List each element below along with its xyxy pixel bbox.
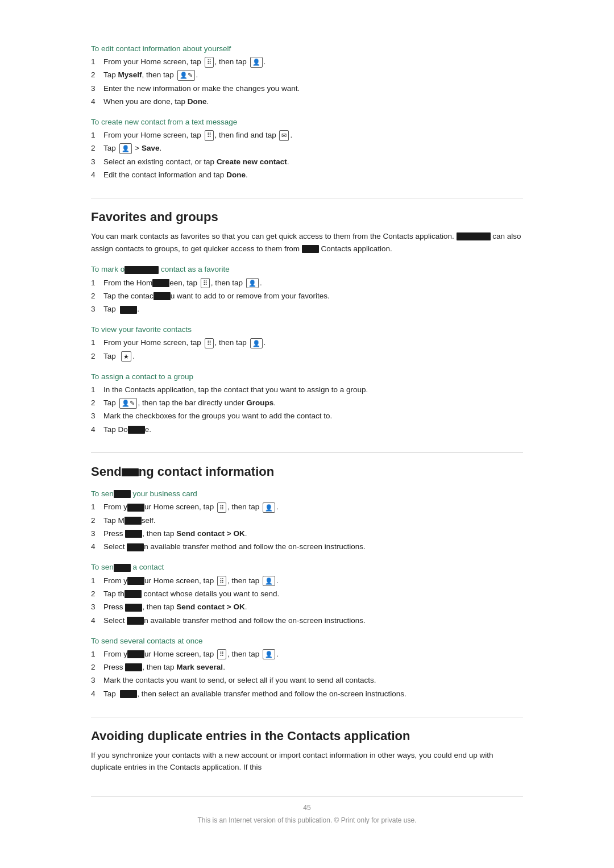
redacted-block bbox=[152, 279, 169, 287]
section-heading-send-contact: To sen a contact bbox=[91, 563, 523, 571]
section-send-several: To send several contacts at once 1 From … bbox=[91, 637, 523, 700]
step-item: 2 Tap Myself, then tap 👤✎. bbox=[91, 69, 523, 81]
message-icon: ✉ bbox=[279, 130, 289, 141]
copyright-text: This is an Internet version of this publ… bbox=[91, 816, 523, 824]
section-edit-contact: To edit contact information about yourse… bbox=[91, 44, 523, 107]
redacted-block bbox=[127, 543, 144, 551]
step-item: 1 From yur Home screen, tap ⠿, then tap … bbox=[91, 575, 523, 587]
step-item: 2 Tap 👤 > Save. bbox=[91, 143, 523, 154]
step-item: 4 Select n available transfer method and… bbox=[91, 615, 523, 626]
step-item: 4 Edit the contact information and tap D… bbox=[91, 169, 523, 181]
steps-send-contact: 1 From yur Home screen, tap ⠿, then tap … bbox=[91, 575, 523, 626]
steps-view-favorites: 1 From your Home screen, tap ⠿, then tap… bbox=[91, 337, 523, 362]
redacted-block bbox=[154, 292, 171, 300]
section-heading-assign-group: To assign a contact to a group bbox=[91, 372, 523, 381]
redacted-block bbox=[125, 590, 142, 598]
step-item: 3 Press , then tap Send contact > OK. bbox=[91, 601, 523, 613]
grid-icon: ⠿ bbox=[201, 278, 210, 289]
section-heading-create-contact: To create new contact from a text messag… bbox=[91, 118, 523, 126]
grid-icon: ⠿ bbox=[205, 57, 214, 68]
redacted-block bbox=[122, 468, 139, 476]
redacted-block bbox=[127, 617, 144, 625]
redacted-block bbox=[125, 266, 159, 274]
person-icon: 👤 bbox=[119, 143, 132, 154]
chapter-title-sending: Sendng contact information bbox=[91, 452, 523, 479]
steps-mark-favorite: 1 From the Homeen, tap ⠿, then tap 👤. 2 … bbox=[91, 277, 523, 315]
step-item: 4 When you are done, tap Done. bbox=[91, 96, 523, 107]
step-item: 4 Tap Doe. bbox=[91, 424, 523, 435]
section-view-favorites: To view your favorite contacts 1 From yo… bbox=[91, 325, 523, 362]
redacted-block bbox=[127, 504, 144, 512]
redacted-block bbox=[125, 530, 142, 538]
section-heading-business-card: To sen your business card bbox=[91, 489, 523, 498]
step-item: 3 Tap . bbox=[91, 304, 523, 315]
redacted-block bbox=[302, 245, 319, 253]
redacted-block bbox=[125, 604, 142, 612]
person-icon: 👤 bbox=[263, 502, 275, 513]
chapter-title-duplicates: Avoiding duplicate entries in the Contac… bbox=[91, 717, 523, 744]
redacted-block bbox=[127, 577, 144, 585]
redacted-block bbox=[457, 232, 491, 240]
redacted-block bbox=[120, 690, 137, 698]
person-edit-icon: 👤✎ bbox=[119, 398, 137, 409]
person-edit-icon: 👤✎ bbox=[177, 70, 195, 81]
section-send-business-card: To sen your business card 1 From yur Hom… bbox=[91, 489, 523, 553]
person-icon: 👤 bbox=[246, 278, 259, 289]
step-item: 4 Select n available transfer method and… bbox=[91, 541, 523, 553]
star-icon: ★ bbox=[121, 351, 131, 362]
grid-icon: ⠿ bbox=[217, 649, 226, 660]
redacted-block bbox=[114, 564, 131, 572]
section-create-contact: To create new contact from a text messag… bbox=[91, 118, 523, 181]
page-footer: 45 This is an Internet version of this p… bbox=[91, 796, 523, 824]
person-icon: 👤 bbox=[263, 576, 275, 587]
redacted-block bbox=[125, 517, 142, 525]
redacted-block bbox=[127, 650, 144, 658]
step-item: 1 From your Home screen, tap ⠿, then fin… bbox=[91, 130, 523, 141]
grid-icon: ⠿ bbox=[217, 502, 226, 513]
step-item: 3 Select an existing contact, or tap Cre… bbox=[91, 156, 523, 168]
redacted-block bbox=[114, 490, 131, 498]
redacted-block bbox=[128, 426, 145, 434]
steps-business-card: 1 From yur Home screen, tap ⠿, then tap … bbox=[91, 501, 523, 553]
section-heading-edit-contact: To edit contact information about yourse… bbox=[91, 44, 523, 53]
person-icon: 👤 bbox=[250, 57, 263, 68]
section-heading-view-favorites: To view your favorite contacts bbox=[91, 325, 523, 334]
step-item: 2 Press , then tap Mark several. bbox=[91, 662, 523, 673]
grid-icon: ⠿ bbox=[205, 338, 214, 349]
steps-assign-group: 1 In the Contacts application, tap the c… bbox=[91, 384, 523, 435]
page-number: 45 bbox=[91, 804, 523, 812]
section-heading-mark-favorite: To mark o contact as a favorite bbox=[91, 265, 523, 273]
steps-list-create-contact: 1 From your Home screen, tap ⠿, then fin… bbox=[91, 130, 523, 181]
step-item: 3 Enter the new information or make the … bbox=[91, 83, 523, 94]
section-heading-send-several: To send several contacts at once bbox=[91, 637, 523, 645]
step-item: 3 Press , then tap Send contact > OK. bbox=[91, 528, 523, 539]
grid-icon: ⠿ bbox=[217, 576, 226, 587]
chapter-avoiding-duplicates: Avoiding duplicate entries in the Contac… bbox=[91, 717, 523, 774]
grid-icon: ⠿ bbox=[205, 130, 214, 141]
step-item: 2 Tap 👤✎, then tap the bar directly unde… bbox=[91, 397, 523, 409]
person-icon: 👤 bbox=[250, 338, 263, 349]
step-item: 1 From the Homeen, tap ⠿, then tap 👤. bbox=[91, 277, 523, 289]
section-assign-group: To assign a contact to a group 1 In the … bbox=[91, 372, 523, 435]
redacted-block bbox=[120, 306, 137, 314]
chapter-title-favorites: Favorites and groups bbox=[91, 198, 523, 225]
step-item: 1 From your Home screen, tap ⠿, then tap… bbox=[91, 337, 523, 348]
step-item: 2 Tap th contact whose details you want … bbox=[91, 588, 523, 600]
step-item: 1 From yur Home screen, tap ⠿, then tap … bbox=[91, 649, 523, 660]
section-mark-favorite: To mark o contact as a favorite 1 From t… bbox=[91, 265, 523, 315]
step-item: 1 From yur Home screen, tap ⠿, then tap … bbox=[91, 501, 523, 513]
section-send-contact: To sen a contact 1 From yur Home screen,… bbox=[91, 563, 523, 626]
step-item: 1 In the Contacts application, tap the c… bbox=[91, 384, 523, 396]
step-item: 2 Tap the contacu want to add to or remo… bbox=[91, 290, 523, 302]
favorites-body-text: You can mark contacts as favorites so th… bbox=[91, 230, 523, 255]
steps-send-several: 1 From yur Home screen, tap ⠿, then tap … bbox=[91, 649, 523, 700]
step-item: 1 From your Home screen, tap ⠿, then tap… bbox=[91, 56, 523, 68]
person-icon: 👤 bbox=[263, 649, 275, 660]
step-item: 4 Tap , then select an available transfe… bbox=[91, 688, 523, 700]
chapter-favorites-groups: Favorites and groups You can mark contac… bbox=[91, 198, 523, 435]
step-item: 3 Mark the contacts you want to send, or… bbox=[91, 675, 523, 686]
step-item: 2 Tap ★. bbox=[91, 351, 523, 362]
chapter-sending-contact: Sendng contact information To sen your b… bbox=[91, 452, 523, 700]
duplicates-body-text: If you synchronize your contacts with a … bbox=[91, 749, 523, 774]
step-item: 3 Mark the checkboxes for the groups you… bbox=[91, 410, 523, 422]
